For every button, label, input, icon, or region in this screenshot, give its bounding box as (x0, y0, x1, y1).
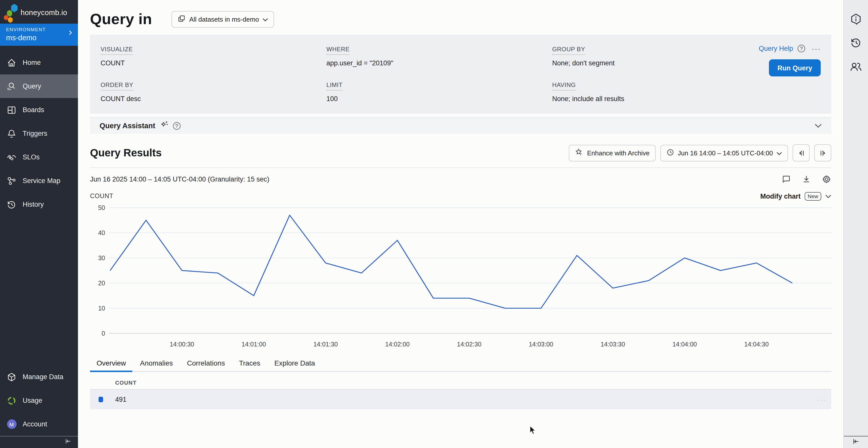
order-by-value: COUNT desc (100, 95, 327, 103)
results-title: Query Results (90, 147, 162, 159)
bell-icon (6, 128, 17, 138)
svg-text:0: 0 (101, 330, 105, 337)
sidebar-item-label: Usage (23, 397, 42, 404)
environment-name: ms-demo (6, 34, 73, 42)
count-chart[interactable]: 0102030405014:00:3014:01:0014:01:3014:02… (90, 203, 831, 352)
cube-icon (6, 372, 17, 382)
clause-visualize[interactable]: VISUALIZE COUNT (100, 44, 327, 67)
settings-gear-icon[interactable] (822, 174, 831, 184)
honeycomb-hex-icon (4, 4, 19, 21)
results-header: Query Results Enhance with Archive Jun 1… (90, 144, 831, 161)
handshake-icon (6, 152, 17, 162)
count-chart-svg: 0102030405014:00:3014:01:0014:01:3014:02… (90, 203, 832, 350)
service-map-icon (6, 176, 17, 186)
next-time-window-button[interactable] (814, 144, 831, 161)
dataset-selector-button[interactable]: All datasets in ms-demo (172, 11, 274, 27)
clause-having[interactable]: HAVING None; include all results (552, 80, 695, 103)
assistant-help-icon[interactable]: ? (173, 122, 180, 129)
previous-time-window-button[interactable] (793, 144, 810, 161)
where-label: WHERE (327, 46, 349, 55)
modify-chart-button[interactable]: Modify chart New (760, 192, 831, 201)
sidebar-item-history[interactable]: History (0, 193, 78, 216)
tab-anomalies[interactable]: Anomalies (133, 354, 180, 371)
environment-label: ENVIRONMENT (6, 27, 73, 32)
clause-group-by[interactable]: GROUP BY None; don't segment (552, 44, 695, 67)
tab-explore-data[interactable]: Explore Data (268, 354, 321, 371)
summary-table-header: COUNT (90, 372, 831, 390)
visualize-value: COUNT (100, 59, 327, 67)
sidebar-footer (0, 436, 78, 448)
svg-text:14:03:30: 14:03:30 (601, 341, 625, 348)
series-color-swatch (99, 397, 103, 402)
expand-assistant-icon[interactable] (815, 121, 822, 130)
new-badge: New (805, 192, 821, 200)
home-icon (6, 58, 17, 68)
run-query-button[interactable]: Run Query (769, 59, 821, 76)
svg-text:30: 30 (98, 254, 105, 261)
overflow-menu-icon[interactable]: ··· (812, 44, 821, 53)
svg-text:14:01:00: 14:01:00 (242, 341, 266, 348)
tab-overview[interactable]: Overview (90, 354, 132, 371)
sidebar-item-label: Triggers (23, 130, 47, 137)
account-avatar: M (6, 419, 17, 429)
where-value: app.user_id = "20109" (327, 59, 552, 67)
sidebar-item-service-map[interactable]: Service Map (0, 169, 78, 193)
chevron-down-icon (262, 15, 268, 23)
sidebar-item-manage-data[interactable]: Manage Data (0, 365, 78, 389)
query-builder-panel: VISUALIZE COUNT WHERE app.user_id = "201… (90, 35, 831, 114)
svg-text:14:01:30: 14:01:30 (313, 341, 338, 348)
group-by-value: None; don't segment (552, 59, 695, 67)
time-range-selector[interactable]: Jun 16 14:00 – 14:05 UTC-04:00 (660, 145, 788, 161)
logo-text: honeycomb.io (21, 8, 67, 17)
collapse-rail-icon[interactable] (852, 437, 860, 447)
chevron-down-icon (825, 192, 831, 201)
enhance-with-archive-button[interactable]: Enhance with Archive (569, 145, 656, 161)
chart-metric-label: COUNT (90, 193, 114, 200)
builder-actions: Query Help ? ··· Run Query (695, 44, 821, 103)
summary-table-row[interactable]: 491 ··· (90, 390, 831, 409)
clause-order-by[interactable]: ORDER BY COUNT desc (100, 80, 327, 103)
sidebar-item-triggers[interactable]: Triggers (0, 122, 78, 145)
sidebar-item-boards[interactable]: Boards (0, 98, 78, 122)
collapse-sidebar-icon[interactable] (64, 438, 72, 447)
sidebar-item-account[interactable]: M Account (0, 412, 78, 436)
query-history-icon[interactable] (850, 37, 862, 49)
svg-text:40: 40 (98, 229, 105, 236)
clause-where[interactable]: WHERE app.user_id = "20109" (327, 44, 552, 67)
dataset-selector-label: All datasets in ms-demo (189, 15, 259, 23)
history-icon (6, 199, 17, 210)
team-members-icon[interactable] (849, 60, 863, 73)
svg-text:10: 10 (98, 305, 105, 312)
sidebar-item-label: SLOs (23, 153, 40, 161)
info-hexagon-icon[interactable] (850, 13, 862, 25)
tab-correlations[interactable]: Correlations (180, 354, 231, 371)
sparkle-icon (159, 120, 169, 131)
sidebar-item-query[interactable]: Query (0, 74, 78, 98)
sidebar-item-slos[interactable]: SLOs (0, 145, 78, 169)
sidebar-item-label: Account (23, 420, 47, 428)
clock-icon (666, 148, 674, 158)
query-assistant-title: Query Assistant (100, 122, 155, 130)
query-assistant-bar[interactable]: Query Assistant ? (90, 117, 831, 134)
sidebar-nav: Home Query Boards Triggers (0, 46, 78, 216)
having-label: HAVING (552, 82, 576, 91)
usage-donut-icon (6, 395, 17, 406)
download-icon[interactable] (802, 174, 811, 184)
sidebar-item-home[interactable]: Home (0, 51, 78, 74)
sidebar-item-usage[interactable]: Usage (0, 389, 78, 412)
tab-traces[interactable]: Traces (232, 354, 267, 371)
environment-selector[interactable]: ENVIRONMENT ms-demo (0, 24, 78, 46)
help-circle-icon[interactable]: ? (798, 45, 805, 52)
enhance-with-archive-label: Enhance with Archive (587, 149, 650, 157)
svg-text:14:03:00: 14:03:00 (529, 341, 553, 348)
app-window: honeycomb.io ENVIRONMENT ms-demo Home Qu… (0, 0, 868, 448)
svg-text:14:00:30: 14:00:30 (170, 341, 194, 348)
query-help-link[interactable]: Query Help (758, 45, 793, 52)
sidebar-item-label: History (23, 201, 44, 208)
comment-icon[interactable] (781, 174, 791, 184)
results-tabs: Overview Anomalies Correlations Traces E… (90, 354, 831, 372)
honeycomb-logo[interactable]: honeycomb.io (0, 0, 78, 24)
clause-limit[interactable]: LIMIT 100 (327, 80, 552, 103)
svg-text:14:02:30: 14:02:30 (457, 341, 481, 348)
row-overflow-menu-icon[interactable]: ··· (817, 395, 826, 404)
